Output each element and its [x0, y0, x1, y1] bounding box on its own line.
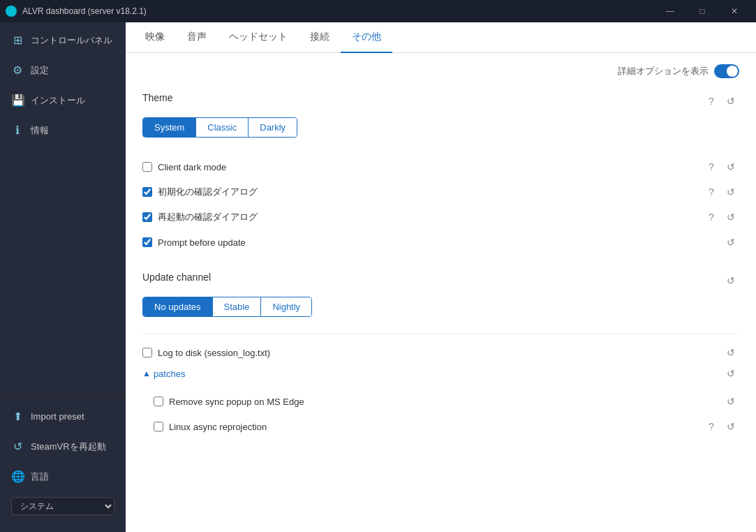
advanced-options-toggle[interactable] [714, 64, 739, 78]
update-channel-header-row: Update channel ↺ [142, 272, 739, 290]
window-controls: — □ ✕ [654, 0, 750, 22]
prompt-update-actions: ↺ [722, 234, 739, 251]
sidebar-bottom: ⬆ Import preset ↺ SteamVRを再起動 🌐 言語 システム … [0, 395, 126, 532]
checkbox-restart-dialog: 再起動の確認ダイアログ ? ↺ [142, 205, 739, 230]
maximize-button[interactable]: □ [686, 0, 718, 22]
theme-help-icon[interactable]: ? [703, 93, 720, 110]
patches-reset-icon[interactable]: ↺ [722, 365, 739, 382]
checkbox-prompt-update: Prompt before update ↺ [142, 230, 739, 255]
init-dialog-help-icon[interactable]: ? [703, 184, 720, 200]
sidebar-item-info[interactable]: ℹ 情報 [0, 115, 126, 145]
checkbox-remove-sync-popup: Remove sync popup on MS Edge ↺ [154, 389, 739, 414]
remove-sync-popup-checkbox[interactable] [154, 397, 163, 406]
linux-async-help-icon[interactable]: ? [703, 418, 720, 435]
update-channel-label: Update channel [142, 272, 211, 283]
theme-system-button[interactable]: System [143, 118, 196, 137]
log-to-disk-section: Log to disk (session_log.txt) ↺ ▲ patche… [142, 334, 739, 439]
restart-icon: ↺ [11, 440, 24, 453]
linux-async-checkbox[interactable] [154, 422, 163, 431]
titlebar: ALVR dashboard (server v18.2.1) — □ ✕ [0, 0, 756, 22]
update-channel-reset-icon[interactable]: ↺ [722, 272, 739, 289]
restart-dialog-actions: ? ↺ [703, 209, 739, 226]
init-dialog-reset-icon[interactable]: ↺ [722, 184, 739, 200]
patches-accordion-header[interactable]: ▲ patches [142, 366, 185, 382]
sidebar-label-install: インストール [31, 94, 85, 107]
tab-other[interactable]: その他 [341, 22, 392, 53]
grid-icon: ⊞ [11, 34, 24, 47]
log-to-disk-reset-icon[interactable]: ↺ [722, 344, 739, 361]
sidebar-item-control-panel[interactable]: ⊞ コントロールパネル [0, 25, 126, 55]
sidebar-label-control-panel: コントロールパネル [31, 34, 112, 47]
update-channel-actions: ↺ [722, 272, 739, 289]
init-dialog-checkbox[interactable] [142, 187, 152, 197]
toggle-knob [727, 66, 738, 77]
language-select-wrap: システム English 日本語 [0, 492, 126, 526]
update-stable-button[interactable]: Stable [213, 297, 262, 316]
linux-async-actions: ? ↺ [703, 418, 739, 435]
sidebar-item-settings[interactable]: ⚙ 設定 [0, 55, 126, 85]
log-to-disk-label: Log to disk (session_log.txt) [158, 348, 717, 358]
sidebar-item-install[interactable]: 💾 インストール [0, 85, 126, 115]
sidebar-item-import-preset[interactable]: ⬆ Import preset [0, 401, 126, 431]
theme-button-group: System Classic Darkly [142, 117, 297, 138]
checkbox-client-dark-mode: Client dark mode ? ↺ [142, 154, 739, 179]
patches-content: Remove sync popup on MS Edge ↺ Linux asy… [142, 389, 739, 439]
main-scroll-area: 詳細オプションを表示 Theme ? ↺ System Classic [126, 53, 756, 532]
remove-sync-popup-actions: ↺ [722, 393, 739, 410]
restart-dialog-checkbox[interactable] [142, 212, 152, 222]
client-dark-mode-actions: ? ↺ [703, 158, 739, 175]
upload-icon: ⬆ [11, 410, 24, 423]
update-nightly-button[interactable]: Nightly [261, 297, 311, 316]
tab-video[interactable]: 映像 [134, 22, 176, 53]
theme-actions: ? ↺ [703, 93, 739, 110]
client-dark-mode-checkbox[interactable] [142, 162, 152, 172]
prompt-update-reset-icon[interactable]: ↺ [722, 234, 739, 251]
checkbox-init-dialog: 初期化の確認ダイアログ ? ↺ [142, 179, 739, 205]
globe-icon: 🌐 [11, 470, 24, 483]
restart-dialog-label: 再起動の確認ダイアログ [158, 211, 697, 223]
close-button[interactable]: ✕ [718, 0, 750, 22]
sidebar-label-import-preset: Import preset [31, 411, 84, 422]
app-body: ⊞ コントロールパネル ⚙ 設定 💾 インストール ℹ 情報 ⬆ Import … [0, 22, 756, 532]
remove-sync-popup-reset-icon[interactable]: ↺ [722, 393, 739, 410]
patches-label: patches [154, 369, 186, 379]
theme-reset-icon[interactable]: ↺ [722, 93, 739, 110]
prompt-update-checkbox[interactable] [142, 237, 152, 247]
log-to-disk-checkbox[interactable] [142, 348, 152, 357]
linux-async-reset-icon[interactable]: ↺ [722, 418, 739, 435]
advanced-options-row: 詳細オプションを表示 [142, 64, 739, 78]
restart-dialog-reset-icon[interactable]: ↺ [722, 209, 739, 226]
sidebar-item-language[interactable]: 🌐 言語 [0, 461, 126, 492]
theme-label: Theme [142, 92, 173, 103]
theme-darkly-button[interactable]: Darkly [249, 118, 297, 137]
client-dark-mode-reset-icon[interactable]: ↺ [722, 158, 739, 175]
language-select[interactable]: システム English 日本語 [11, 497, 114, 515]
titlebar-title: ALVR dashboard (server v18.2.1) [22, 6, 648, 16]
tab-audio[interactable]: 音声 [176, 22, 218, 53]
update-no-updates-button[interactable]: No updates [143, 297, 213, 316]
theme-classic-button[interactable]: Classic [196, 118, 249, 137]
checkbox-log-to-disk: Log to disk (session_log.txt) ↺ [142, 340, 739, 365]
update-channel-button-group: No updates Stable Nightly [142, 297, 312, 317]
client-dark-mode-label: Client dark mode [158, 162, 697, 172]
theme-section: Theme ? ↺ System Classic Darkly [142, 92, 739, 138]
minimize-button[interactable]: — [654, 0, 686, 22]
divider-log [142, 334, 739, 334]
tab-bar: 映像 音声 ヘッドセット 接続 その他 [126, 22, 756, 53]
sidebar-item-restart-steamvr[interactable]: ↺ SteamVRを再起動 [0, 431, 126, 461]
sidebar: ⊞ コントロールパネル ⚙ 設定 💾 インストール ℹ 情報 ⬆ Import … [0, 22, 126, 532]
client-dark-mode-help-icon[interactable]: ? [703, 158, 720, 175]
info-icon: ℹ [11, 124, 24, 137]
init-dialog-label: 初期化の確認ダイアログ [158, 186, 697, 198]
sidebar-label-info: 情報 [31, 124, 49, 137]
tab-connection[interactable]: 接続 [299, 22, 341, 53]
sidebar-label-language: 言語 [31, 471, 49, 483]
restart-dialog-help-icon[interactable]: ? [703, 209, 720, 226]
patches-header-row: ▲ patches ↺ [142, 365, 739, 382]
tab-headset[interactable]: ヘッドセット [218, 22, 299, 53]
remove-sync-popup-label: Remove sync popup on MS Edge [169, 397, 717, 407]
patches-chevron-icon: ▲ [142, 369, 151, 378]
init-dialog-actions: ? ↺ [703, 184, 739, 200]
log-to-disk-actions: ↺ [722, 344, 739, 361]
prompt-update-label: Prompt before update [158, 237, 717, 248]
